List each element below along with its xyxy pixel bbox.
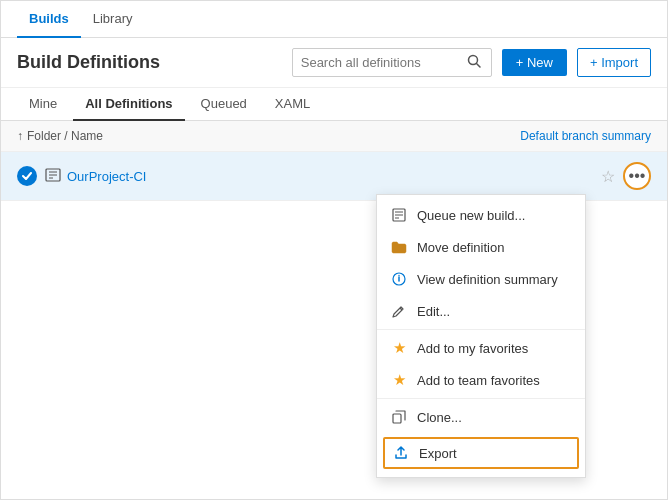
menu-label-clone: Clone... (417, 410, 462, 425)
export-icon (393, 445, 409, 461)
tab-library[interactable]: Library (81, 1, 145, 38)
new-button[interactable]: + New (502, 49, 567, 76)
svg-line-1 (476, 64, 480, 68)
menu-divider-1 (377, 329, 585, 330)
definition-icon (45, 168, 61, 185)
row-checkbox[interactable] (17, 166, 37, 186)
search-icon (467, 54, 481, 71)
menu-label-queue-new-build: Queue new build... (417, 208, 525, 223)
menu-label-view-summary: View definition summary (417, 272, 558, 287)
menu-item-clone[interactable]: Clone... (377, 401, 585, 433)
sort-up-icon: ↑ (17, 129, 23, 143)
menu-label-edit: Edit... (417, 304, 450, 319)
menu-item-add-my-favorites[interactable]: ★ Add to my favorites (377, 332, 585, 364)
dropdown-menu: Queue new build... Move definition (376, 194, 586, 478)
sub-tabs: Mine All Definitions Queued XAML (1, 88, 667, 121)
star-my-icon: ★ (391, 340, 407, 356)
more-options-button[interactable]: ••• (623, 162, 651, 190)
tab-all-definitions[interactable]: All Definitions (73, 88, 184, 121)
nav-tabs: Builds Library (1, 1, 667, 38)
content-area: OurProject-CI ☆ ••• Queue new (1, 152, 667, 499)
svg-rect-13 (393, 414, 401, 423)
menu-item-edit[interactable]: Edit... (377, 295, 585, 327)
table-row: OurProject-CI ☆ ••• Queue new (1, 152, 667, 201)
search-box[interactable] (292, 48, 492, 77)
import-button[interactable]: + Import (577, 48, 651, 77)
menu-divider-2 (377, 398, 585, 399)
svg-point-12 (398, 275, 399, 276)
header: Build Definitions + New + Import (1, 38, 667, 88)
menu-label-add-my-favorites: Add to my favorites (417, 341, 528, 356)
menu-label-move-definition: Move definition (417, 240, 504, 255)
star-team-icon: ★ (391, 372, 407, 388)
summary-icon (391, 271, 407, 287)
tab-xaml[interactable]: XAML (263, 88, 322, 121)
tab-mine[interactable]: Mine (17, 88, 69, 121)
menu-item-export[interactable]: Export (383, 437, 579, 469)
menu-label-export: Export (419, 446, 457, 461)
menu-item-move-definition[interactable]: Move definition (377, 231, 585, 263)
edit-icon (391, 303, 407, 319)
col-folder-name: ↑ Folder / Name (17, 129, 103, 143)
folder-icon (391, 239, 407, 255)
main-container: Builds Library Build Definitions + New +… (0, 0, 668, 500)
menu-item-view-summary[interactable]: View definition summary (377, 263, 585, 295)
favorite-star-icon[interactable]: ☆ (601, 167, 615, 186)
definition-name[interactable]: OurProject-CI (67, 169, 601, 184)
clone-icon (391, 409, 407, 425)
page-title: Build Definitions (17, 52, 177, 73)
tab-builds[interactable]: Builds (17, 1, 81, 38)
menu-item-queue-new-build[interactable]: Queue new build... (377, 199, 585, 231)
search-input[interactable] (301, 55, 461, 70)
ellipsis-icon: ••• (629, 167, 646, 185)
queue-icon (391, 207, 407, 223)
col-branch-summary: Default branch summary (520, 129, 651, 143)
tab-queued[interactable]: Queued (189, 88, 259, 121)
table-header: ↑ Folder / Name Default branch summary (1, 121, 667, 152)
menu-label-add-team-favorites: Add to team favorites (417, 373, 540, 388)
menu-item-add-team-favorites[interactable]: ★ Add to team favorites (377, 364, 585, 396)
